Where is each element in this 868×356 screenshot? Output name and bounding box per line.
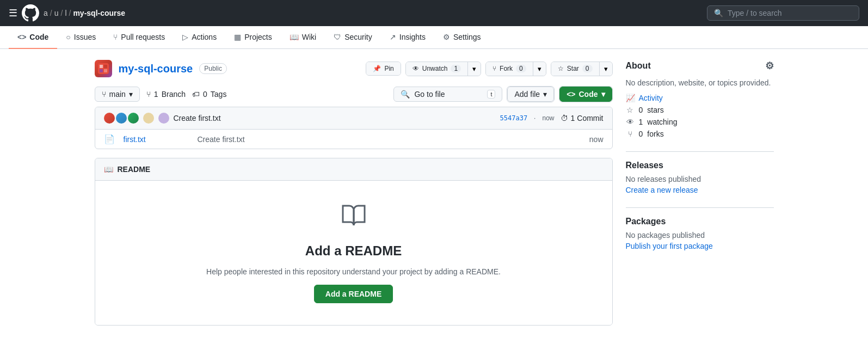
repo-sidebar: About ⚙ No description, website, or topi… [613,60,774,326]
tab-wiki[interactable]: 📖 Wiki [281,26,325,49]
sidebar-activity-stat: 📈 Activity [626,94,774,102]
pin-button-group: 📌 Pin [366,62,401,76]
table-row: 📄 first.txt Create first.txt now [95,130,612,149]
file-list: Create first.txt 5547a37 · now ⏱ 1 Commi… [95,107,613,149]
commit-count-link[interactable]: ⏱ 1 Commit [561,114,603,122]
insights-icon: ↗ [390,33,396,41]
tab-issues-label: Issues [74,33,96,41]
tag-count-link[interactable]: 🏷 0 Tags [192,90,226,99]
fork-count: 0 [516,65,526,72]
activity-link[interactable]: Activity [639,94,663,102]
commit-user-avatars [104,113,139,124]
eye-icon: 👁 [413,65,419,72]
tab-security-label: Security [344,33,372,41]
file-name[interactable]: first.txt [124,135,189,144]
tab-security[interactable]: 🛡 Security [325,26,381,49]
add-readme-button[interactable]: Add a README [314,285,393,303]
repo-header: my-sql-course Public 📌 Pin 👁 Unwatch 1 [95,60,613,77]
sidebar-divider-2 [626,207,774,208]
projects-icon: ▦ [234,33,241,41]
tab-settings-label: Settings [453,33,481,41]
tab-projects-label: Projects [244,33,272,41]
tab-projects[interactable]: ▦ Projects [225,26,281,49]
readme-description: Help people interested in this repositor… [206,267,501,276]
readme-body: Add a README Help people interested in t… [95,181,612,325]
sidebar-no-packages: No packages published [626,231,774,240]
branch-selector-button[interactable]: ⑂ main ▾ [95,87,140,102]
repo-title[interactable]: my-sql-course [119,63,193,75]
pin-button[interactable]: 📌 Pin [366,62,400,75]
star-button[interactable]: ☆ Star 0 [551,62,599,76]
stars-count: 0 [639,106,643,114]
go-to-file-button[interactable]: 🔍 Go to file t [393,87,502,102]
publish-package-link[interactable]: Publish your first package [626,242,713,250]
breadcrumb-sep1: / [50,9,52,17]
hamburger-menu-icon[interactable]: ☰ [9,7,17,19]
breadcrumb-user3[interactable]: l [65,9,66,17]
commit-avatar-author2 [158,113,169,124]
tab-insights-label: Insights [399,33,426,41]
tab-code[interactable]: <> Code [9,26,57,49]
sidebar-no-releases: No releases published [626,175,774,183]
tab-wiki-label: Wiki [302,33,316,41]
gear-icon[interactable]: ⚙ [765,60,774,72]
search-box[interactable]: 🔍 Type / to search [707,5,859,21]
svg-rect-3 [100,69,103,72]
actions-icon: ▷ [182,33,188,41]
settings-icon: ⚙ [443,33,450,41]
github-logo [22,4,39,22]
branch-chevron-icon: ▾ [129,90,133,99]
fork-icon: ⑂ [493,65,496,72]
breadcrumb-repo-name: my-sql-course [73,9,125,17]
main-content: my-sql-course Public 📌 Pin 👁 Unwatch 1 [86,49,783,336]
fork-button[interactable]: ⑂ Fork 0 [486,62,533,76]
add-file-button[interactable]: Add file ▾ [507,87,554,102]
file-icon: 📄 [104,134,115,144]
code-label: Code [579,90,598,99]
sidebar-stats: 📈 Activity ☆ 0 stars 👁 1 watching ⑂ 0 fo… [626,94,774,138]
breadcrumb-user1[interactable]: a [44,9,48,17]
fork-dropdown-button[interactable]: ▾ [533,62,546,76]
fork-stat-icon: ⑂ [626,130,635,138]
star-dropdown-button[interactable]: ▾ [599,62,612,76]
add-file-label: Add file [514,90,540,99]
wiki-icon: 📖 [290,33,299,41]
tab-pull-requests[interactable]: ⑂ Pull requests [104,26,174,49]
file-commit-message: Create first.txt [198,135,581,144]
fork-button-group: ⑂ Fork 0 ▾ [485,62,546,76]
search-placeholder: Type / to search [728,9,782,17]
commit-hash[interactable]: 5547a37 [500,114,528,122]
forks-label: forks [647,130,663,138]
star-stat-icon: ☆ [626,106,635,114]
breadcrumb-sep2: / [60,9,63,17]
sidebar-forks-stat: ⑂ 0 forks [626,130,774,138]
breadcrumb-user2[interactable]: u [54,9,59,17]
tab-settings[interactable]: ⚙ Settings [434,26,490,49]
tab-issues[interactable]: ○ Issues [57,26,104,49]
commit-clock-icon: ⏱ [561,114,568,122]
add-file-button-group: Add file ▾ [507,86,555,102]
unwatch-dropdown-button[interactable]: ▾ [467,62,481,76]
issues-icon: ○ [66,33,70,41]
create-release-link[interactable]: Create a new release [626,186,698,194]
star-icon: ☆ [558,65,564,72]
code-button[interactable]: <> Code ▾ [559,87,612,102]
top-navigation-bar: ☰ a / u / l / my-sql-course 🔍 Type / to … [0,0,868,26]
branch-name: main [109,90,126,99]
top-bar-left: ☰ a / u / l / my-sql-course [9,4,700,22]
unwatch-button[interactable]: 👁 Unwatch 1 [406,62,467,76]
repo-visibility-badge: Public [199,63,227,74]
branch-bar-right: 🔍 Go to file t Add file ▾ <> Code ▾ [393,86,612,102]
tab-insights[interactable]: ↗ Insights [381,26,434,49]
tab-actions[interactable]: ▷ Actions [174,26,225,49]
code-icon: <> [17,33,26,41]
tab-actions-label: Actions [192,33,217,41]
watching-count: 1 [639,118,643,126]
svg-rect-4 [104,69,107,72]
repo-main: my-sql-course Public 📌 Pin 👁 Unwatch 1 [95,60,613,326]
file-time: now [589,135,604,144]
commit-row: Create first.txt 5547a37 · now ⏱ 1 Commi… [95,107,612,130]
branch-count-link[interactable]: ⑂ 1 Branch [146,90,186,99]
add-file-chevron-icon: ▾ [543,90,547,99]
forks-count: 0 [639,130,643,138]
